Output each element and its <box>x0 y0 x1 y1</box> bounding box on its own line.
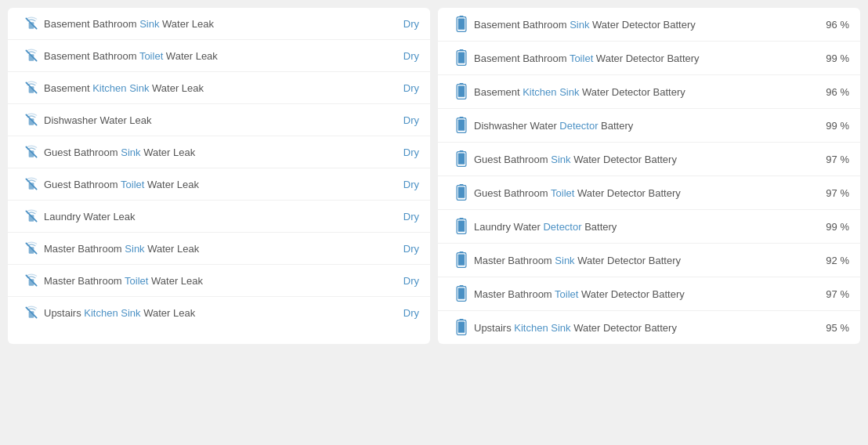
no-water-icon <box>19 144 44 160</box>
item-value: 96 % <box>812 19 849 31</box>
item-label: Master Bathroom Sink Water Leak <box>44 243 388 255</box>
no-water-icon <box>19 112 44 128</box>
item-status: Dry <box>388 211 419 222</box>
item-label: Basement Bathroom Toilet Water Leak <box>44 50 388 62</box>
item-value: 97 % <box>812 288 849 300</box>
item-status: Dry <box>388 275 419 287</box>
no-water-icon <box>19 273 44 288</box>
item-label: Guest Bathroom Toilet Water Detector Bat… <box>474 187 812 199</box>
item-label: Basement Bathroom Toilet Water Detector … <box>474 52 812 64</box>
svg-rect-37 <box>458 186 465 197</box>
no-water-icon <box>19 48 44 63</box>
no-water-icon <box>19 305 44 320</box>
battery-item: Basement Kitchen Sink Water Detector Bat… <box>438 75 860 109</box>
water-leak-item: Dishwasher Water Leak Dry <box>8 104 430 136</box>
water-leak-item: Basement Kitchen Sink Water Leak Dry <box>8 72 430 104</box>
battery-item: Basement Bathroom Sink Water Detector Ba… <box>438 8 860 42</box>
item-status: Dry <box>388 50 419 62</box>
item-label: Dishwasher Water Detector Battery <box>474 120 812 132</box>
item-label: Guest Bathroom Sink Water Leak <box>44 147 388 158</box>
battery-icon <box>449 285 474 302</box>
battery-item: Dishwasher Water Detector Battery 99 % <box>438 109 860 143</box>
item-status: Dry <box>388 147 419 158</box>
battery-icon <box>449 218 474 235</box>
water-leak-item: Basement Bathroom Sink Water Leak Dry <box>8 8 430 40</box>
battery-item: Basement Bathroom Toilet Water Detector … <box>438 42 860 75</box>
battery-icon <box>449 251 474 269</box>
main-container: Basement Bathroom Sink Water Leak Dry Ba… <box>8 8 860 344</box>
svg-rect-28 <box>458 85 465 96</box>
item-label: Basement Bathroom Sink Water Leak <box>44 18 388 30</box>
item-label: Master Bathroom Sink Water Detector Batt… <box>474 255 812 266</box>
item-label: Basement Bathroom Sink Water Detector Ba… <box>474 19 812 31</box>
battery-item: Guest Bathroom Toilet Water Detector Bat… <box>438 176 860 210</box>
item-label: Upstairs Kitchen Sink Water Leak <box>44 307 388 319</box>
item-label: Laundry Water Leak <box>44 211 388 222</box>
svg-rect-43 <box>458 254 465 265</box>
no-water-icon <box>19 176 44 192</box>
battery-icon <box>449 184 474 201</box>
item-label: Basement Kitchen Sink Water Leak <box>44 82 388 94</box>
item-label: Guest Bathroom Sink Water Detector Batte… <box>474 154 812 165</box>
water-leak-item: Master Bathroom Toilet Water Leak Dry <box>8 265 430 297</box>
battery-icon <box>449 117 474 134</box>
svg-rect-46 <box>458 288 465 298</box>
battery-icon <box>449 83 474 100</box>
battery-panel: Basement Bathroom Sink Water Detector Ba… <box>438 8 860 344</box>
battery-item: Master Bathroom Sink Water Detector Batt… <box>438 244 860 277</box>
item-status: Dry <box>388 243 419 255</box>
item-value: 97 % <box>812 154 849 165</box>
item-value: 95 % <box>812 322 849 334</box>
item-label: Upstairs Kitchen Sink Water Detector Bat… <box>474 322 812 334</box>
svg-rect-22 <box>458 18 465 29</box>
battery-icon <box>449 49 474 67</box>
battery-item: Master Bathroom Toilet Water Detector Ba… <box>438 277 860 311</box>
battery-item: Laundry Water Detector Battery 99 % <box>438 210 860 244</box>
item-status: Dry <box>388 82 419 94</box>
item-value: 96 % <box>812 86 849 98</box>
no-water-icon <box>19 208 44 224</box>
item-label: Basement Kitchen Sink Water Detector Bat… <box>474 86 812 98</box>
svg-rect-25 <box>458 52 465 63</box>
water-leak-panel: Basement Bathroom Sink Water Leak Dry Ba… <box>8 8 430 344</box>
item-status: Dry <box>388 307 419 319</box>
battery-icon <box>449 319 474 336</box>
item-status: Dry <box>388 114 419 126</box>
item-value: 97 % <box>812 187 849 199</box>
item-label: Dishwasher Water Leak <box>44 114 388 126</box>
battery-item: Guest Bathroom Sink Water Detector Batte… <box>438 143 860 176</box>
water-leak-item: Basement Bathroom Toilet Water Leak Dry <box>8 40 430 72</box>
item-label: Guest Bathroom Toilet Water Leak <box>44 179 388 190</box>
water-leak-item: Laundry Water Leak Dry <box>8 201 430 233</box>
battery-icon <box>449 16 474 33</box>
svg-rect-40 <box>458 220 465 231</box>
battery-icon <box>449 150 474 168</box>
no-water-icon <box>19 16 44 31</box>
svg-rect-34 <box>458 153 465 164</box>
water-leak-item: Guest Bathroom Sink Water Leak Dry <box>8 136 430 168</box>
water-leak-item: Guest Bathroom Toilet Water Leak Dry <box>8 168 430 201</box>
item-value: 99 % <box>812 120 849 132</box>
svg-rect-49 <box>458 321 465 332</box>
no-water-icon <box>19 80 44 96</box>
item-value: 99 % <box>812 52 849 64</box>
water-leak-item: Upstairs Kitchen Sink Water Leak Dry <box>8 297 430 328</box>
battery-item: Upstairs Kitchen Sink Water Detector Bat… <box>438 311 860 344</box>
item-status: Dry <box>388 18 419 30</box>
item-status: Dry <box>388 179 419 190</box>
no-water-icon <box>19 241 44 256</box>
water-leak-item: Master Bathroom Sink Water Leak Dry <box>8 233 430 265</box>
item-value: 99 % <box>812 221 849 233</box>
item-label: Laundry Water Detector Battery <box>474 221 812 233</box>
svg-rect-31 <box>458 119 465 130</box>
item-value: 92 % <box>812 255 849 266</box>
item-label: Master Bathroom Toilet Water Detector Ba… <box>474 288 812 300</box>
item-label: Master Bathroom Toilet Water Leak <box>44 275 388 287</box>
